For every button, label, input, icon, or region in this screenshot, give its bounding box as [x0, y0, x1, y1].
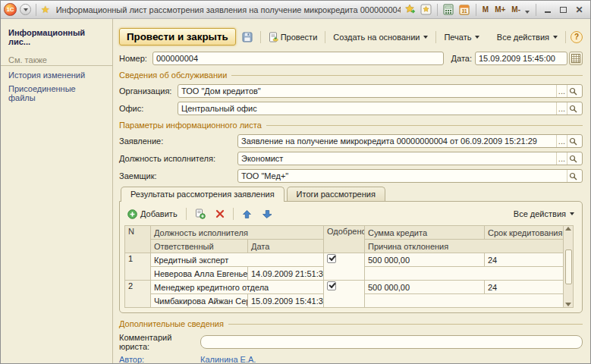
- position-cell[interactable]: Кредитный эксперт: [151, 253, 324, 267]
- delete-row-button[interactable]: [212, 207, 228, 221]
- maximize-button[interactable]: [557, 5, 570, 15]
- system-menu-button[interactable]: [20, 4, 31, 15]
- term-cell[interactable]: 24: [485, 253, 564, 267]
- borrower-row: Заемщик: ТОО "Мед+": [119, 169, 583, 183]
- delete-x-icon: [215, 209, 225, 218]
- navigation-sidebar: Информационный лис... См. также История …: [1, 19, 113, 363]
- table-scrollbar[interactable]: [564, 225, 574, 308]
- position-select-button[interactable]: ...: [556, 152, 567, 165]
- favorites-star-icon[interactable]: ★: [41, 5, 50, 14]
- position-input[interactable]: Экономист ...: [237, 152, 583, 165]
- table-row[interactable]: 2 Менеджер кредитного отдела 500 000,00 …: [125, 281, 564, 294]
- position-cell[interactable]: Менеджер кредитного отдела: [151, 281, 324, 294]
- decline-reason-cell[interactable]: [365, 294, 564, 308]
- application-select-button[interactable]: ...: [556, 135, 567, 147]
- col-position-header[interactable]: Должность исполнителя: [151, 226, 324, 240]
- date-cell[interactable]: 15.09.2009 15:41:35: [248, 294, 324, 308]
- add-favorite-icon[interactable]: [404, 3, 417, 16]
- office-select-button[interactable]: ...: [556, 102, 567, 115]
- borrower-open-button[interactable]: [567, 170, 579, 182]
- memory-m-button[interactable]: M: [481, 5, 490, 14]
- calculator-icon[interactable]: [442, 3, 455, 16]
- date-input[interactable]: 15.09.2009 15:45:00: [475, 52, 567, 65]
- office-input[interactable]: Центральный офис ...: [178, 102, 583, 115]
- number-input[interactable]: 000000004: [152, 52, 444, 65]
- organization-select-button[interactable]: ...: [556, 85, 567, 97]
- col-responsible-header[interactable]: Ответственный: [151, 240, 248, 253]
- approved-checkbox[interactable]: [327, 281, 336, 290]
- help-button[interactable]: ?: [571, 31, 583, 43]
- organization-input[interactable]: ТОО "Дом кредитов" ...: [178, 84, 583, 98]
- all-actions-button[interactable]: Все действия: [494, 30, 561, 44]
- col-decline-reason-header[interactable]: Причина отклонения: [365, 240, 564, 253]
- sidebar-item-change-history[interactable]: История изменений: [1, 68, 112, 82]
- calendar-icon[interactable]: 31: [458, 3, 471, 16]
- app-window: 1С ★ Информационный лист рассмотрения за…: [0, 0, 591, 364]
- decline-reason-cell[interactable]: [365, 267, 564, 281]
- responsible-cell[interactable]: Неверова Алла Евгеньевна: [151, 267, 248, 281]
- move-down-button[interactable]: [259, 207, 275, 221]
- memory-mplus-button[interactable]: M+: [493, 5, 507, 14]
- date-cell[interactable]: 14.09.2009 21:51:30: [248, 267, 324, 281]
- save-button[interactable]: [239, 30, 256, 45]
- memory-mminus-button[interactable]: M-: [510, 5, 522, 14]
- group-line: [266, 125, 583, 126]
- grid-toolbar: Добавить: [124, 205, 577, 225]
- author-row: Автор: Калинина Е.А.: [119, 355, 583, 364]
- group-additional-label: Дополнительные сведения: [119, 319, 224, 328]
- scroll-up-icon[interactable]: [565, 227, 571, 231]
- responsible-cell[interactable]: Чимбакирова Айжан Сериковна: [151, 294, 248, 308]
- svg-text:31: 31: [462, 8, 468, 14]
- chevron-down-icon: [24, 8, 28, 11]
- favorites-panel-icon[interactable]: [420, 3, 432, 16]
- col-approved-header[interactable]: Одобрено: [324, 226, 365, 253]
- tab-review-results[interactable]: Результаты рассмотрения заявления: [121, 187, 284, 202]
- print-button[interactable]: Печать: [441, 30, 483, 44]
- more-tools-chevron-icon[interactable]: [525, 11, 530, 14]
- organization-value: ТОО "Дом кредитов": [181, 86, 556, 96]
- sidebar-item-attached-files[interactable]: Присоединенные файлы: [1, 82, 112, 105]
- grid-all-actions-button[interactable]: Все действия: [511, 207, 577, 221]
- divider: [260, 31, 261, 43]
- tab-review-summary[interactable]: Итоги рассмотрения: [287, 187, 385, 202]
- author-link[interactable]: Калинина Е.А.: [200, 355, 256, 364]
- organization-open-button[interactable]: [567, 85, 579, 97]
- create-based-on-button[interactable]: Создать на основании: [330, 30, 431, 44]
- group-additional: Дополнительные сведения: [119, 319, 583, 328]
- review-results-table[interactable]: N Должность исполнителя Одобрено Сумма к…: [124, 225, 564, 308]
- add-row-button[interactable]: Добавить: [124, 207, 181, 221]
- title-bar: 1С ★ Информационный лист рассмотрения за…: [1, 1, 590, 19]
- approved-cell[interactable]: [324, 281, 365, 308]
- col-num-header[interactable]: N: [125, 226, 151, 253]
- scroll-thumb[interactable]: [565, 249, 572, 284]
- copy-row-button[interactable]: [192, 206, 209, 221]
- minimize-button[interactable]: [541, 5, 554, 15]
- scroll-down-icon[interactable]: [565, 303, 571, 306]
- col-amount-header[interactable]: Сумма кредита: [365, 226, 485, 240]
- move-up-button[interactable]: [239, 207, 255, 221]
- post-and-close-button[interactable]: Провести и закрыть: [119, 28, 236, 46]
- lawyer-comment-input[interactable]: [200, 335, 583, 349]
- term-cell[interactable]: 24: [485, 281, 564, 294]
- approved-cell[interactable]: [324, 253, 365, 281]
- copy-icon: [195, 209, 206, 219]
- office-open-button[interactable]: [567, 102, 579, 115]
- application-input[interactable]: Заявление на получение микрокредита 0000…: [237, 134, 583, 148]
- row-number-cell: 2: [125, 281, 151, 308]
- table-row[interactable]: 1 Кредитный эксперт 500 000,00 24: [125, 253, 564, 267]
- borrower-input[interactable]: ТОО "Мед+": [237, 169, 583, 183]
- sidebar-item-infosheet[interactable]: Информационный лис...: [1, 26, 112, 51]
- approved-checkbox[interactable]: [327, 254, 336, 263]
- divider: [233, 208, 234, 220]
- date-picker-button[interactable]: [569, 52, 583, 65]
- amount-cell[interactable]: 500 000,00: [365, 253, 485, 267]
- all-actions-label: Все действия: [497, 33, 549, 42]
- col-date-header[interactable]: Дата: [248, 240, 324, 253]
- add-row-label: Добавить: [140, 209, 178, 218]
- col-term-header[interactable]: Срок кредитования: [485, 226, 564, 240]
- amount-cell[interactable]: 500 000,00: [365, 281, 485, 294]
- application-open-button[interactable]: [567, 135, 579, 147]
- close-button[interactable]: ✕: [573, 5, 586, 15]
- position-open-button[interactable]: [567, 152, 579, 165]
- post-button[interactable]: Провести: [266, 30, 321, 45]
